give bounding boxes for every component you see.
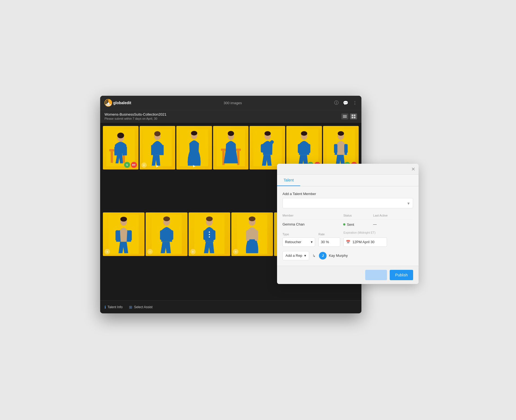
grid-item[interactable]: G MF [103,126,139,169]
expiration-group: Expiration (Midnight ET) 📅 12PM April 30 [343,231,387,247]
select-assist-label: Select Assist [134,305,152,309]
svg-point-40 [301,131,307,136]
talent-table: Member Status Last Active Gemma Chan Sen… [282,214,413,227]
header-center: 300 images [131,101,334,105]
talent-info-button[interactable]: ℹ Talent Info [105,305,122,309]
svg-point-60 [209,236,210,237]
svg-point-59 [209,234,210,235]
collection-info: Womens-BusinessSuits-Collection2021 Plea… [105,112,166,120]
play-icon: ▶ [193,164,195,168]
type-value: Retoucher [285,240,301,244]
grid-item[interactable]: + [103,212,145,256]
svg-rect-3 [343,116,347,117]
reply-arrow-icon: ↳ [312,254,316,258]
select-assist-icon: ⊞ [129,305,132,309]
svg-point-35 [264,131,271,136]
add-button[interactable]: + [190,249,196,254]
grid-item[interactable]: + [189,212,230,256]
add-rep-label: Add a Rep [285,254,302,258]
rate-input[interactable]: 30 % [318,237,340,247]
svg-rect-8 [354,117,355,118]
panel-footer: Publish [277,266,419,284]
svg-rect-66 [246,230,249,241]
svg-rect-4 [343,117,347,118]
expiration-input[interactable]: 📅 12PM April 30 [343,237,387,247]
app-subheader: Womens-BusinessSuits-Collection2021 Plea… [100,110,361,123]
type-select-arrow: ▾ [311,240,313,244]
rep-name: Kay Murphy [329,254,348,258]
calendar-icon: 📅 [346,240,350,244]
svg-rect-2 [343,115,347,116]
svg-point-50 [120,217,127,221]
rep-avatar: J [319,252,327,260]
add-button[interactable]: + [141,162,147,168]
list-view-button[interactable] [341,113,348,119]
expiration-label: Expiration (Midnight ET) [343,231,387,234]
type-select[interactable]: Retoucher ▾ [282,237,315,247]
badge-g: G [124,162,130,168]
grid-item[interactable] [213,126,249,169]
svg-point-21 [154,131,161,136]
logo-icon: g [105,99,112,107]
publish-button[interactable]: Publish [390,270,413,280]
panel-tabs: Talent [277,175,419,186]
badge-mf: MF [131,162,137,168]
svg-point-45 [338,131,344,136]
talent-info-label: Talent Info [108,305,122,309]
select-assist-button[interactable]: ⊞ Select Assist [129,305,152,309]
svg-rect-15 [122,147,127,155]
chat-icon[interactable]: 💬 [343,100,348,106]
add-button[interactable]: + [147,249,153,254]
type-label: Type [282,233,315,236]
tab-talent[interactable]: Talent [277,175,300,186]
collection-subtitle: Please submit within 7 days on April, 30 [105,117,166,120]
svg-rect-62 [212,230,215,240]
rep-section: Add a Rep ▾ ↳ J Kay Murphy [282,251,413,260]
more-icon[interactable]: ⋮ [353,100,357,106]
type-rate-row: Type Retoucher ▾ Rate 30 % [282,231,413,247]
cancel-button[interactable] [365,270,387,280]
grid-item[interactable]: + [146,212,187,256]
grid-item[interactable]: G MF [323,126,359,169]
rep-dropdown-arrow: ▾ [304,254,306,258]
svg-rect-6 [354,115,355,116]
svg-rect-49 [128,230,132,241]
svg-point-55 [163,216,170,221]
add-talent-label: Add a Talent Member [282,192,413,196]
dropdown-arrow-icon: ▾ [407,201,410,206]
grid-view-button[interactable] [350,113,357,119]
svg-rect-53 [160,230,164,240]
type-group: Type Retoucher ▾ [282,233,315,247]
rate-label: Rate [318,233,340,236]
rate-value: 30 [321,240,325,244]
grid-item[interactable]: ▶ [176,126,212,169]
add-button[interactable]: + [233,249,238,254]
svg-rect-19 [151,145,155,155]
grid-item[interactable] [250,126,285,169]
col-last-active: Last Active [373,214,413,220]
panel-header: ✕ [277,164,419,175]
svg-point-24 [191,131,197,135]
svg-rect-61 [203,230,207,240]
rate-group: Rate 30 % [318,233,340,247]
svg-rect-38 [298,144,302,153]
app-header: g globaledit 300 images ⓘ 💬 ⋮ [100,96,361,110]
panel-body: Add a Talent Member ▾ Member Status Last… [277,186,419,266]
grid-item[interactable]: + [231,212,273,256]
info-icon[interactable]: ⓘ [334,100,339,106]
svg-rect-5 [352,115,353,116]
collection-name: Womens-BusinessSuits-Collection2021 [105,112,166,116]
panel-close-button[interactable]: ✕ [411,166,415,172]
add-button[interactable]: + [105,249,110,254]
rate-unit: % [326,240,329,244]
svg-rect-43 [334,144,337,153]
grid-item[interactable]: + ▶ [140,126,175,169]
talent-info-icon: ℹ [105,305,106,309]
add-rep-button[interactable]: Add a Rep ▾ [282,251,309,260]
header-actions: ⓘ 💬 ⋮ [334,100,357,106]
grid-item[interactable]: G MF ▶ [286,126,322,169]
svg-rect-67 [255,230,258,241]
detail-section: Type Retoucher ▾ Rate 30 % [282,231,413,260]
talent-member-dropdown[interactable]: ▾ [282,198,413,208]
logo-text: globaledit [113,101,131,105]
